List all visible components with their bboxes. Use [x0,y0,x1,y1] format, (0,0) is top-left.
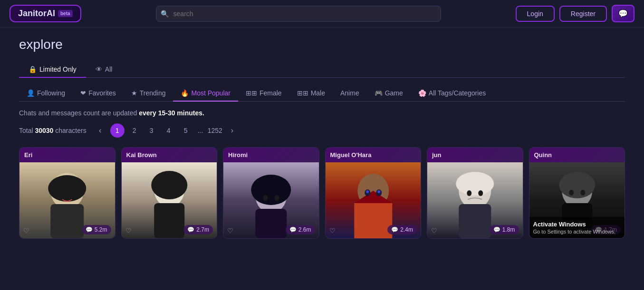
svg-rect-22 [459,204,491,238]
pagination-total: 30030 [35,127,53,134]
heart-icon-hiromi: ♡ [227,227,233,234]
card-img-hiromi: 💬 2.6m ♡ [223,162,319,238]
filter-tab-all[interactable]: 👁 All [86,62,122,78]
activate-text: Go to Settings to activate Windows. [533,229,621,234]
page-4-button[interactable]: 4 [162,123,176,138]
svg-point-2 [48,175,86,202]
logo-container: JanitorAI beta [10,5,81,22]
male-icon: ⊞⊞ [297,89,308,97]
login-button[interactable]: Login [516,6,555,22]
following-icon: 👤 [27,89,35,97]
search-input[interactable] [156,6,441,22]
card-header-quinn: Quinn [529,148,625,162]
card-eri[interactable]: Eri 💬 5.2m ♡ [19,147,115,239]
limited-icon: 🔒 [29,65,37,73]
prev-page-button[interactable]: ‹ [93,123,107,138]
female-label: Female [260,89,282,97]
chat-icon-hiromi: 💬 [289,226,297,233]
page-3-button[interactable]: 3 [144,123,159,138]
svg-point-28 [559,172,595,198]
card-img-jun: 💬 1.8m ♡ [427,162,523,238]
svg-rect-11 [255,209,287,238]
chat-button[interactable]: 💬 [612,5,634,22]
page-2-button[interactable]: 2 [127,123,142,138]
all-icon: 👁 [96,65,102,73]
svg-rect-1 [50,204,84,238]
popular-icon: 🔥 [181,89,189,97]
game-label: Game [385,89,403,97]
chat-count-kai: 💬 2.7m [183,225,213,234]
card-header-kai: Kai Brown [122,148,217,162]
tab-favorites[interactable]: ❤ Favorites [73,85,124,102]
chat-icon-miguel: 💬 [391,226,398,233]
chat-icon-kai: 💬 [187,226,194,233]
svg-point-4 [70,190,75,196]
popular-label: Most Popular [191,89,230,97]
card-header-jun: jun [427,148,523,162]
anime-label: Anime [340,89,359,97]
heart-icon-jun: ♡ [431,227,437,234]
next-page-button[interactable]: › [225,123,239,138]
tab-anime[interactable]: Anime [333,85,367,102]
page-5-button[interactable]: 5 [179,123,193,138]
svg-point-14 [274,195,279,201]
all-tags-icon: 🌸 [418,89,426,97]
pagination-ellipsis: ... [196,127,205,134]
activate-title: Activate Windows [533,221,621,228]
svg-point-7 [151,171,187,199]
search-container: 🔍 [156,6,441,22]
info-prefix: Chats and messages count are updated [19,109,139,117]
tab-trending[interactable]: ★ Trending [124,85,173,102]
svg-point-9 [173,189,177,195]
svg-rect-6 [154,203,184,238]
card-img-miguel: 💬 2.4m ♡ [326,162,421,238]
last-page-button[interactable]: 1252 [208,123,222,138]
info-highlight: every 15-30 minutes. [139,109,204,117]
pagination-suffix: characters [53,127,86,134]
chat-count-hiromi: 💬 2.6m [286,225,315,234]
filter-tabs: 🔒 Limited Only 👁 All [19,62,625,78]
following-label: Following [37,89,65,97]
svg-point-8 [161,189,166,195]
svg-point-13 [263,195,268,201]
tab-male[interactable]: ⊞⊞ Male [289,85,333,102]
card-name-kai: Kai Brown [126,151,157,159]
search-wrapper: 🔍 [156,6,441,22]
heart-icon-miguel: ♡ [329,227,336,234]
logo[interactable]: JanitorAI beta [10,5,81,22]
card-miguel[interactable]: Miguel O'Hara 💬 2.4m ♡ [325,147,422,239]
register-button[interactable]: Register [559,6,607,22]
chat-count-miguel: 💬 2.4m [387,225,417,234]
pagination-info: Total 30030 characters [19,127,87,134]
card-kai[interactable]: Kai Brown 💬 2.7m ♡ [121,147,218,239]
svg-point-20 [377,190,380,193]
heart-icon-kai: ♡ [125,227,132,234]
card-jun[interactable]: jun 💬 1.8m ♡ [427,147,523,239]
limited-label: Limited Only [39,65,77,73]
tab-all-tags[interactable]: 🌸 All Tags/Categories [411,85,493,102]
svg-point-29 [569,190,574,196]
page-1-button[interactable]: 1 [110,123,125,138]
category-tabs: 👤 Following ❤ Favorites ★ Trending 🔥 Mos… [19,85,625,102]
favorites-icon: ❤ [80,89,86,97]
card-name-jun: jun [432,151,442,159]
card-img-quinn: 💬 1.7m ♡ Activate Windows Go to Settings… [529,162,625,238]
tab-following[interactable]: 👤 Following [19,85,73,102]
trending-icon: ★ [131,89,137,97]
header: JanitorAI beta 🔍 Login Register 💬 [0,0,644,28]
search-icon: 🔍 [161,10,169,18]
tab-most-popular[interactable]: 🔥 Most Popular [173,85,238,102]
card-hiromi[interactable]: Hiromi 💬 2.6m ♡ [223,147,319,239]
card-header-hiromi: Hiromi [223,148,319,162]
chat-icon-jun: 💬 [493,226,500,233]
filter-tab-limited[interactable]: 🔒 Limited Only [19,62,86,78]
heart-icon-eri: ♡ [23,227,29,234]
card-quinn[interactable]: Quinn 💬 1.7m ♡ Activate Windows Go to [529,147,625,239]
chat-count-eri: 💬 5.2m [82,225,111,234]
tab-game[interactable]: 🎮 Game [367,85,411,102]
trending-label: Trending [140,89,166,97]
card-name-miguel: Miguel O'Hara [330,151,372,159]
logo-text: JanitorAI [18,9,55,19]
tab-female[interactable]: ⊞⊞ Female [238,85,289,102]
game-icon: 🎮 [375,89,383,97]
